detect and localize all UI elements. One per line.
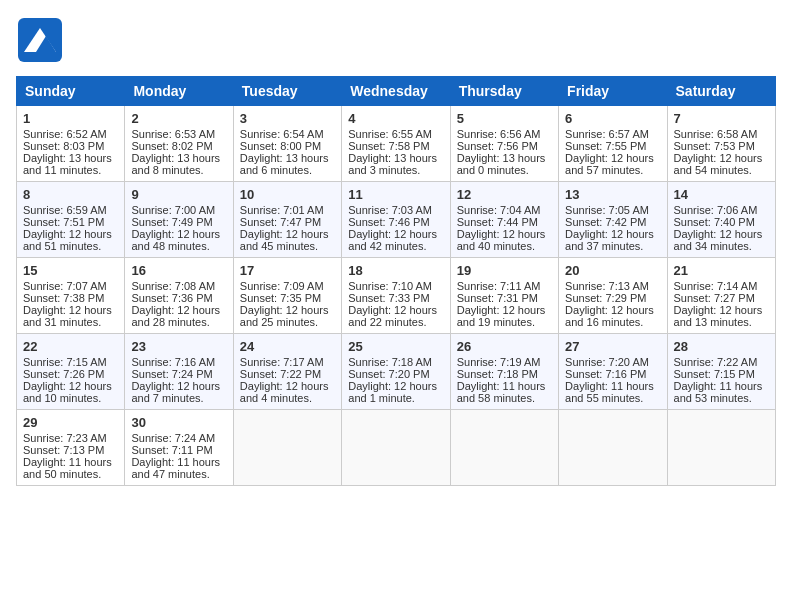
calendar-cell: 7Sunrise: 6:58 AMSunset: 7:53 PMDaylight…	[667, 106, 775, 182]
day-info-line: Sunrise: 7:22 AM	[674, 356, 769, 368]
day-info-line: Sunrise: 7:13 AM	[565, 280, 660, 292]
day-info-line: Daylight: 12 hours	[565, 152, 660, 164]
day-info-line: and 11 minutes.	[23, 164, 118, 176]
logo	[16, 16, 68, 64]
day-info-line: and 55 minutes.	[565, 392, 660, 404]
calendar-week-row: 15Sunrise: 7:07 AMSunset: 7:38 PMDayligh…	[17, 258, 776, 334]
day-number: 7	[674, 111, 769, 126]
calendar-cell: 30Sunrise: 7:24 AMSunset: 7:11 PMDayligh…	[125, 410, 233, 486]
day-number: 22	[23, 339, 118, 354]
day-info-line: and 6 minutes.	[240, 164, 335, 176]
day-info-line: Sunset: 7:40 PM	[674, 216, 769, 228]
day-number: 23	[131, 339, 226, 354]
calendar-cell: 11Sunrise: 7:03 AMSunset: 7:46 PMDayligh…	[342, 182, 450, 258]
day-info-line: Sunrise: 7:17 AM	[240, 356, 335, 368]
calendar-cell: 2Sunrise: 6:53 AMSunset: 8:02 PMDaylight…	[125, 106, 233, 182]
calendar-cell: 3Sunrise: 6:54 AMSunset: 8:00 PMDaylight…	[233, 106, 341, 182]
day-info-line: Sunrise: 7:01 AM	[240, 204, 335, 216]
day-info-line: Sunset: 7:44 PM	[457, 216, 552, 228]
day-info-line: Sunrise: 7:20 AM	[565, 356, 660, 368]
day-info-line: Sunset: 7:24 PM	[131, 368, 226, 380]
day-number: 16	[131, 263, 226, 278]
calendar-week-row: 8Sunrise: 6:59 AMSunset: 7:51 PMDaylight…	[17, 182, 776, 258]
day-info-line: and 37 minutes.	[565, 240, 660, 252]
day-info-line: Sunset: 7:27 PM	[674, 292, 769, 304]
day-info-line: Sunset: 7:31 PM	[457, 292, 552, 304]
day-info-line: Daylight: 12 hours	[23, 228, 118, 240]
day-info-line: and 25 minutes.	[240, 316, 335, 328]
day-info-line: Sunset: 7:47 PM	[240, 216, 335, 228]
page-header	[16, 16, 776, 64]
day-number: 28	[674, 339, 769, 354]
day-info-line: Sunrise: 7:05 AM	[565, 204, 660, 216]
calendar-cell: 1Sunrise: 6:52 AMSunset: 8:03 PMDaylight…	[17, 106, 125, 182]
calendar-cell: 22Sunrise: 7:15 AMSunset: 7:26 PMDayligh…	[17, 334, 125, 410]
day-info-line: and 10 minutes.	[23, 392, 118, 404]
day-info-line: Sunrise: 6:57 AM	[565, 128, 660, 140]
day-info-line: and 1 minute.	[348, 392, 443, 404]
day-info-line: Sunset: 7:13 PM	[23, 444, 118, 456]
day-info-line: Sunrise: 7:04 AM	[457, 204, 552, 216]
day-info-line: Daylight: 13 hours	[23, 152, 118, 164]
day-info-line: Daylight: 12 hours	[131, 380, 226, 392]
day-number: 13	[565, 187, 660, 202]
calendar-cell: 6Sunrise: 6:57 AMSunset: 7:55 PMDaylight…	[559, 106, 667, 182]
day-number: 12	[457, 187, 552, 202]
day-number: 14	[674, 187, 769, 202]
day-info-line: and 51 minutes.	[23, 240, 118, 252]
day-info-line: Sunrise: 6:58 AM	[674, 128, 769, 140]
day-number: 17	[240, 263, 335, 278]
day-info-line: Sunrise: 7:19 AM	[457, 356, 552, 368]
day-info-line: Sunset: 8:02 PM	[131, 140, 226, 152]
day-info-line: Sunset: 7:38 PM	[23, 292, 118, 304]
day-info-line: and 22 minutes.	[348, 316, 443, 328]
day-info-line: Daylight: 12 hours	[565, 304, 660, 316]
day-info-line: Daylight: 12 hours	[457, 304, 552, 316]
calendar-cell: 12Sunrise: 7:04 AMSunset: 7:44 PMDayligh…	[450, 182, 558, 258]
day-info-line: Sunrise: 7:24 AM	[131, 432, 226, 444]
day-info-line: and 0 minutes.	[457, 164, 552, 176]
day-info-line: and 50 minutes.	[23, 468, 118, 480]
calendar-cell: 18Sunrise: 7:10 AMSunset: 7:33 PMDayligh…	[342, 258, 450, 334]
day-info-line: and 4 minutes.	[240, 392, 335, 404]
day-info-line: Sunset: 7:35 PM	[240, 292, 335, 304]
calendar-table: SundayMondayTuesdayWednesdayThursdayFrid…	[16, 76, 776, 486]
day-info-line: Sunset: 7:22 PM	[240, 368, 335, 380]
day-info-line: Sunset: 7:36 PM	[131, 292, 226, 304]
day-info-line: and 16 minutes.	[565, 316, 660, 328]
day-info-line: Sunset: 7:15 PM	[674, 368, 769, 380]
day-number: 9	[131, 187, 226, 202]
day-info-line: and 57 minutes.	[565, 164, 660, 176]
day-info-line: Sunset: 7:20 PM	[348, 368, 443, 380]
day-number: 30	[131, 415, 226, 430]
day-info-line: Sunrise: 7:16 AM	[131, 356, 226, 368]
calendar-week-row: 29Sunrise: 7:23 AMSunset: 7:13 PMDayligh…	[17, 410, 776, 486]
calendar-cell: 19Sunrise: 7:11 AMSunset: 7:31 PMDayligh…	[450, 258, 558, 334]
weekday-header-tuesday: Tuesday	[233, 77, 341, 106]
day-info-line: Daylight: 12 hours	[131, 304, 226, 316]
calendar-cell: 24Sunrise: 7:17 AMSunset: 7:22 PMDayligh…	[233, 334, 341, 410]
day-info-line: Daylight: 11 hours	[565, 380, 660, 392]
day-info-line: Daylight: 12 hours	[23, 380, 118, 392]
day-info-line: Sunrise: 7:10 AM	[348, 280, 443, 292]
day-info-line: Sunrise: 7:07 AM	[23, 280, 118, 292]
calendar-cell: 21Sunrise: 7:14 AMSunset: 7:27 PMDayligh…	[667, 258, 775, 334]
day-info-line: and 58 minutes.	[457, 392, 552, 404]
day-info-line: and 53 minutes.	[674, 392, 769, 404]
day-info-line: Daylight: 13 hours	[131, 152, 226, 164]
day-info-line: Daylight: 13 hours	[348, 152, 443, 164]
day-info-line: Sunrise: 6:55 AM	[348, 128, 443, 140]
day-info-line: and 19 minutes.	[457, 316, 552, 328]
day-info-line: and 3 minutes.	[348, 164, 443, 176]
weekday-header-monday: Monday	[125, 77, 233, 106]
day-info-line: and 48 minutes.	[131, 240, 226, 252]
weekday-header-sunday: Sunday	[17, 77, 125, 106]
calendar-cell: 15Sunrise: 7:07 AMSunset: 7:38 PMDayligh…	[17, 258, 125, 334]
calendar-cell: 28Sunrise: 7:22 AMSunset: 7:15 PMDayligh…	[667, 334, 775, 410]
day-info-line: Sunrise: 7:14 AM	[674, 280, 769, 292]
day-number: 26	[457, 339, 552, 354]
day-info-line: and 8 minutes.	[131, 164, 226, 176]
day-info-line: Sunrise: 7:06 AM	[674, 204, 769, 216]
day-info-line: Sunset: 7:11 PM	[131, 444, 226, 456]
day-number: 25	[348, 339, 443, 354]
